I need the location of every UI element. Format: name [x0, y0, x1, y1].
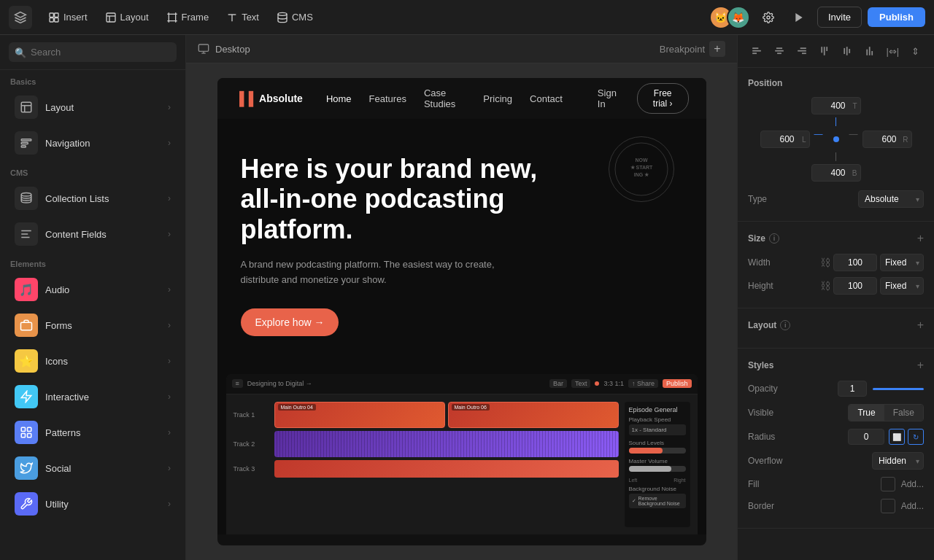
svg-rect-61 [869, 47, 871, 55]
height-link-icon[interactable]: ⛓ [820, 280, 830, 292]
svg-rect-52 [798, 50, 806, 52]
sidebar-item-patterns[interactable]: Patterns › [4, 415, 181, 450]
border-add-text[interactable]: Add... [901, 501, 924, 511]
canvas-viewport[interactable]: ▐▐ Absolute Home Features Case Studies P… [186, 63, 737, 560]
width-input[interactable] [833, 254, 877, 271]
distribute-v-button[interactable]: ⇕ [906, 41, 925, 61]
invite-button[interactable]: Invite [817, 7, 862, 28]
sidebar-item-content-fields[interactable]: Content Fields › [4, 217, 181, 252]
visible-false-button[interactable]: False [884, 405, 923, 421]
svg-text:ING ★: ING ★ [633, 172, 649, 177]
layout-header: Layout i + [748, 319, 924, 332]
pos-lock-left[interactable]: — [814, 129, 823, 149]
sidebar-item-social[interactable]: Social › [4, 451, 181, 486]
site-logo-text: Absolute [259, 93, 303, 104]
bg-noise-label: Background Noise [629, 486, 686, 492]
track-2-label: Track 2 [234, 440, 270, 448]
search-input[interactable] [9, 42, 177, 62]
width-unit-select[interactable]: Fixed Fill Hug [880, 254, 924, 271]
svg-rect-50 [777, 52, 781, 54]
align-center-h-button[interactable] [769, 41, 789, 61]
border-swatch[interactable] [881, 499, 895, 513]
add-breakpoint-button[interactable]: + [709, 41, 725, 57]
pos-mid-row: L — — [760, 117, 912, 161]
track-2-bar [274, 431, 619, 457]
hero-subtext: A brand new podcasting platform. The eas… [241, 257, 533, 288]
interactive-item-label: Interactive [45, 392, 89, 402]
radius-input[interactable] [848, 429, 884, 445]
insert-button[interactable]: Insert [41, 8, 95, 27]
layout-info-icon[interactable]: i [780, 320, 790, 330]
align-right-button[interactable] [792, 41, 811, 61]
opacity-slider[interactable] [873, 388, 924, 390]
search-icon: 🔍 [15, 47, 26, 58]
fill-swatch[interactable] [881, 477, 895, 491]
width-link-icon[interactable]: ⛓ [820, 257, 830, 268]
center-dot [833, 136, 839, 142]
opacity-input[interactable] [838, 381, 867, 397]
sidebar-item-audio[interactable]: 🎵 Audio › [4, 272, 181, 307]
radius-uniform-button[interactable]: ⬜ [889, 429, 905, 445]
sidebar-item-layout[interactable]: Layout › [4, 90, 181, 125]
layout-section-title: Layout [748, 320, 776, 330]
svg-rect-62 [872, 51, 873, 55]
fill-add-text[interactable]: Add... [901, 479, 924, 489]
sidebar-item-utility[interactable]: Utility › [4, 486, 181, 521]
height-input[interactable] [833, 277, 877, 295]
height-unit-select[interactable]: Fixed Fill Hug [880, 277, 924, 295]
icons-item-label: Icons [45, 356, 68, 367]
layout-add-button[interactable]: + [917, 319, 924, 332]
cms-button[interactable]: CMS [269, 8, 320, 27]
styles-add-button[interactable]: + [917, 359, 924, 372]
overflow-select[interactable]: Hidden Visible Scroll Auto [872, 452, 924, 470]
sidebar-item-navigation[interactable]: Navigation › [4, 125, 181, 160]
visible-true-button[interactable]: True [849, 405, 884, 421]
height-label: Height [748, 281, 773, 291]
nav-link-case-studies[interactable]: Case Studies [424, 88, 466, 109]
logo-button[interactable] [9, 6, 32, 29]
icons-icon: ⭐ [15, 349, 38, 373]
frame-button[interactable]: Frame [159, 8, 217, 27]
sidebar-item-collection-lists[interactable]: Collection Lists › [4, 181, 181, 216]
sidebar-item-forms[interactable]: Forms › [4, 308, 181, 343]
nav-signin[interactable]: Sign In [598, 88, 620, 109]
align-bottom-button[interactable] [860, 41, 880, 61]
svg-rect-8 [169, 14, 175, 20]
preview-button[interactable] [787, 5, 811, 30]
align-top-button[interactable] [814, 41, 834, 61]
sidebar-item-icons[interactable]: ⭐ Icons › [4, 343, 181, 378]
radius-individual-button[interactable]: ↻ [908, 429, 924, 445]
size-info-icon[interactable]: i [769, 233, 779, 244]
device-label: Desktop [215, 44, 250, 55]
layout-button[interactable]: Layout [98, 8, 156, 27]
frame-label: Frame [182, 12, 209, 23]
align-middle-button[interactable] [838, 41, 857, 61]
svg-rect-5 [107, 13, 115, 22]
dash-share: ↑ Share [628, 379, 658, 388]
hero-cta-text: Explore how → [255, 316, 325, 328]
pos-type-label: Type [748, 194, 767, 204]
hero-cta-button[interactable]: Explore how → [241, 308, 339, 336]
align-left-button[interactable] [746, 41, 766, 61]
distribute-h-button[interactable]: |⇔| [883, 41, 903, 61]
settings-button[interactable] [756, 5, 781, 30]
nav-cta-button[interactable]: Free trial › [637, 83, 689, 114]
utility-item-label: Utility [45, 499, 69, 510]
nav-link-home[interactable]: Home [326, 93, 352, 104]
nav-link-pricing[interactable]: Pricing [483, 93, 512, 104]
sidebar-item-interactive[interactable]: Interactive › [4, 379, 181, 414]
left-right-labels: LeftRight [629, 478, 686, 483]
text-button[interactable]: Text [219, 8, 266, 27]
master-volume-label: Master Volume [629, 458, 686, 464]
publish-button[interactable]: Publish [868, 7, 925, 27]
size-add-button[interactable]: + [917, 232, 924, 245]
nav-link-features[interactable]: Features [369, 93, 406, 104]
audio-icon: 🎵 [15, 278, 38, 301]
star-badge: NOW ★ START ING ★ [609, 136, 674, 202]
collection-chevron: › [168, 193, 171, 203]
avatar-group: 🐱 🦊 [709, 6, 750, 29]
opacity-row: Opacity [748, 381, 924, 397]
nav-link-contact[interactable]: Contact [530, 93, 563, 104]
pos-lock-right[interactable]: — [849, 129, 858, 149]
position-type-select[interactable]: Absolute Relative Fixed Sticky [858, 190, 924, 208]
